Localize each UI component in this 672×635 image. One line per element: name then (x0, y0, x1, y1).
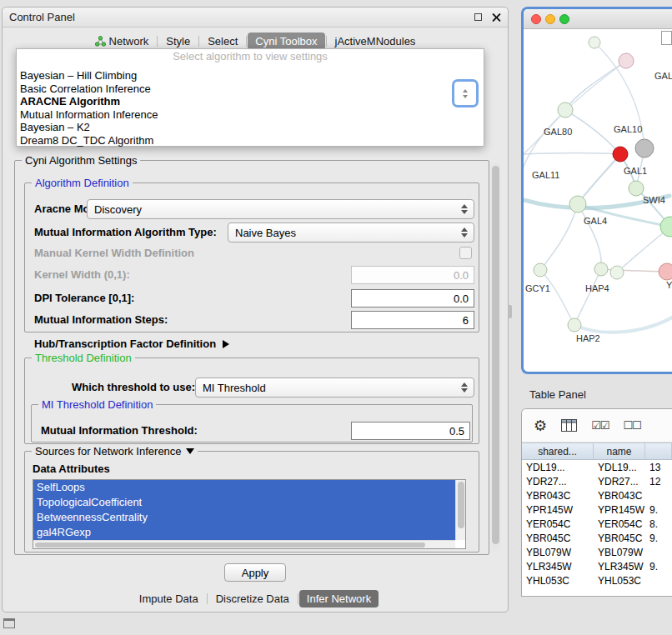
tab-label: Network (109, 35, 149, 48)
algorithm-option[interactable]: Dream8 DC_TDC Algorithm (17, 134, 484, 148)
data-attributes-label: Data Attributes (33, 461, 110, 478)
table-cell: YPR145W (522, 502, 594, 517)
scrollbar-thumb[interactable] (458, 482, 464, 528)
float-window-icon[interactable] (474, 13, 482, 21)
network-node[interactable] (619, 53, 634, 68)
hub-definition-toggle[interactable]: Hub/Transcription Factor Definition (34, 336, 229, 352)
table-row[interactable]: YBR045CYBR045C9. (522, 531, 672, 545)
network-node[interactable] (594, 262, 608, 276)
tab-discretize-data[interactable]: Discretize Data (208, 590, 297, 608)
node-label: GAL80 (544, 127, 572, 137)
settings-vertical-scrollbar[interactable] (491, 162, 500, 551)
select-all-checkboxes-icon[interactable]: ☑☑ (591, 419, 609, 432)
aracne-mode-select[interactable]: Discovery (87, 199, 474, 219)
tab-label: Impute Data (139, 592, 198, 605)
control-panel-window: Control Panel NetworkStyleSelectCyni Too… (2, 7, 509, 612)
network-node[interactable] (635, 139, 654, 158)
table-cell: YPR145W (594, 502, 645, 517)
network-node[interactable] (589, 37, 600, 48)
data-attributes-list: SelfLoopsTopologicalCoefficientBetweenne… (33, 479, 466, 549)
which-threshold-select[interactable]: MI Threshold (195, 378, 474, 398)
tab-jactivemnodules[interactable]: jActiveMNodules (328, 32, 424, 50)
data-attribute-item[interactable]: gal4RGexp (33, 525, 457, 540)
column-header[interactable] (645, 443, 672, 459)
network-edge (574, 317, 672, 332)
spinner-focus-ring[interactable] (452, 79, 479, 108)
table-row[interactable]: YBL079WYBL079W (522, 545, 672, 559)
data-attribute-item[interactable]: SelfLoops (33, 480, 457, 495)
table-panel-window: ⚙ ☑☑ ☐☐ shared...name YDL19...YDL19...13… (521, 408, 672, 597)
deselect-all-checkboxes-icon[interactable]: ☐☐ (623, 419, 640, 432)
minimize-traffic-light[interactable] (545, 14, 555, 24)
network-node[interactable] (558, 102, 573, 118)
table-row[interactable]: YPR145WYPR145W9. (522, 502, 672, 517)
tab-separator (198, 36, 199, 47)
column-chooser-icon[interactable] (561, 419, 577, 432)
mi-type-select[interactable]: Naive Bayes (228, 222, 474, 242)
close-traffic-light[interactable] (531, 14, 541, 24)
tab-network[interactable]: Network (88, 32, 157, 50)
list-vertical-scrollbar[interactable] (455, 480, 465, 540)
algorithm-definition-title: Algorithm Definition (32, 177, 133, 189)
table-cell: YER054C (594, 517, 645, 531)
algorithm-dropdown-list: Select algorithm to view settings Bayesi… (16, 48, 484, 147)
apply-button[interactable]: Apply (224, 563, 286, 582)
network-node[interactable] (569, 196, 586, 212)
column-header[interactable]: name (594, 443, 645, 459)
tab-infer-network[interactable]: Infer Network (299, 590, 379, 608)
combo-arrows-icon (461, 382, 468, 392)
mi-threshold-field[interactable]: 0.5 (351, 422, 470, 440)
restore-panel-icon[interactable] (3, 618, 15, 628)
network-edge (524, 153, 620, 155)
table-row[interactable]: YER054CYER054C8. (522, 517, 672, 531)
control-panel-titlebar: Control Panel (3, 8, 508, 28)
zoom-traffic-light[interactable] (559, 14, 569, 24)
tab-impute-data[interactable]: Impute Data (132, 590, 206, 608)
aracne-mode-value: Discovery (94, 203, 142, 216)
network-edge (574, 269, 601, 325)
network-node[interactable] (568, 318, 581, 332)
algorithm-option[interactable]: Bayesian – K2 (17, 121, 484, 134)
close-icon[interactable] (492, 12, 501, 22)
data-attribute-item[interactable]: BetweennessCentrality (33, 510, 457, 525)
network-node[interactable] (629, 181, 644, 196)
kernel-width-label: Kernel Width (0,1): (34, 266, 130, 284)
tab-separator (157, 36, 158, 47)
kernel-width-field: 0.0 (351, 266, 474, 284)
network-graph[interactable]: GALGAL80GAL10GAL11GAL1SWI4GAL4GCY1HAP4HA… (524, 29, 672, 374)
sources-group-title[interactable]: Sources for Network Inference (32, 445, 198, 458)
list-horizontal-scrollbar[interactable] (33, 540, 455, 548)
tab-select[interactable]: Select (200, 32, 245, 50)
algorithm-option[interactable]: Bayesian – Hill Climbing (17, 69, 484, 82)
dpi-tolerance-field[interactable]: 0.0 (351, 289, 474, 308)
tab-label: Infer Network (307, 592, 371, 605)
algorithm-option[interactable]: Mutual Information Inference (17, 108, 484, 122)
table-row[interactable]: YHL053CYHL053C (522, 573, 672, 588)
table-cell: YBL079W (594, 545, 645, 559)
table-panel-title: Table Panel (529, 388, 586, 401)
network-node[interactable] (610, 266, 624, 279)
scrollbar-thumb[interactable] (492, 166, 499, 544)
data-attribute-item[interactable]: TopologicalCoefficient (33, 495, 457, 510)
column-header[interactable]: shared... (522, 443, 594, 459)
table-row[interactable]: YBR043CYBR043C (522, 488, 672, 502)
which-threshold-label: Which threshold to use: (72, 378, 195, 398)
scrollbar-thumb[interactable] (35, 542, 425, 548)
algorithm-option[interactable]: ARACNE Algorithm (17, 95, 484, 108)
spinner-down-icon[interactable] (463, 95, 468, 98)
network-node[interactable] (534, 263, 547, 277)
gear-icon[interactable]: ⚙ (534, 418, 547, 433)
tab-cyni-toolbox[interactable]: Cyni Toolbox (248, 32, 324, 50)
tab-style[interactable]: Style (158, 32, 198, 50)
algorithm-option[interactable]: Basic Correlation Inference (17, 82, 484, 96)
network-node[interactable] (613, 147, 628, 162)
table-row[interactable]: YLR345WYLR345W9. (522, 559, 672, 573)
spinner-up-icon[interactable] (463, 89, 468, 92)
mi-steps-field[interactable]: 6 (351, 311, 474, 329)
table-cell: YBL079W (522, 545, 594, 559)
network-node[interactable] (659, 263, 672, 280)
network-edge (565, 110, 620, 154)
panel-splitter-handle[interactable] (508, 305, 512, 318)
table-row[interactable]: YDL19...YDL19...13 (522, 460, 672, 474)
table-row[interactable]: YDR27...YDR27...12 (522, 474, 672, 488)
